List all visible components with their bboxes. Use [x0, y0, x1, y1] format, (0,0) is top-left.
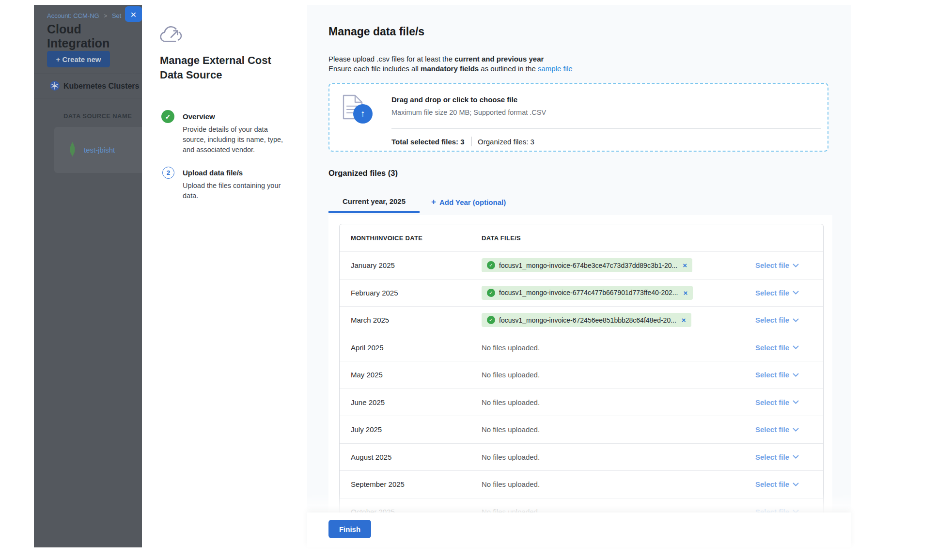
table-row: January 2025✓focusv1_mongo-invoice-674be…: [340, 251, 823, 279]
data-file-cell: No files uploaded.: [482, 508, 755, 513]
select-file-dropdown[interactable]: Select file: [755, 398, 799, 406]
file-check-icon: ✓: [487, 316, 495, 324]
remove-file-icon[interactable]: ×: [682, 316, 686, 324]
chevron-down-icon: [793, 373, 799, 377]
file-name: focusv1_mongo-invoice-672456ee851bbb28c6…: [499, 316, 676, 324]
chevron-down-icon: [793, 455, 799, 459]
table-row: April 2025No files uploaded.Select file: [340, 334, 823, 361]
total-selected-files: Total selected files: 3: [391, 138, 465, 146]
table-row: May 2025No files uploaded.Select file: [340, 361, 823, 389]
dropzone-title: Drag and drop or click to choose file: [391, 95, 517, 104]
select-file-dropdown[interactable]: Select file: [755, 453, 799, 461]
step-2-description: Upload the files containing your data.: [183, 181, 287, 201]
file-chip: ✓focusv1_mongo-invoice-672456ee851bbb28c…: [482, 313, 691, 327]
data-file-cell: No files uploaded.: [482, 453, 755, 461]
row-action-cell: Select file: [755, 398, 823, 406]
breadcrumb-section-link[interactable]: Set: [112, 12, 122, 19]
row-action-cell: Select file: [755, 289, 823, 297]
file-name: focusv1_mongo-invoice-674be3ce47c73d37dd…: [499, 262, 677, 269]
table-row: February 2025✓focusv1_mongo-invoice-6774…: [340, 279, 823, 307]
row-action-cell: Select file: [755, 425, 823, 434]
table-row: August 2025No files uploaded.Select file: [340, 443, 823, 471]
breadcrumb-account-link[interactable]: Account: CCM-NG: [47, 12, 99, 19]
close-button[interactable]: ×: [125, 6, 142, 22]
data-file-column-header: DATA FILE/S: [482, 234, 823, 242]
panel-title: Manage data file/s: [328, 25, 424, 38]
current-year-tab-panel: MONTH/INVOICE DATE DATA FILE/S January 2…: [328, 215, 832, 513]
dimmed-background-app: Account: CCM-NG > Set Cloud Integration …: [34, 5, 142, 547]
finish-button[interactable]: Finish: [328, 520, 371, 538]
divider: [34, 98, 142, 98]
data-file-cell: ✓focusv1_mongo-invoice-674be3ce47c73d37d…: [482, 258, 755, 272]
organized-files-heading: Organized files (3): [328, 169, 398, 178]
row-action-cell: Select file: [755, 316, 823, 324]
add-year-button[interactable]: + Add Year (optional): [431, 192, 506, 212]
empty-files-text: No files uploaded.: [482, 425, 540, 434]
vertical-divider: [471, 137, 472, 146]
footer-bar: Finish: [307, 513, 851, 547]
divider: [34, 74, 142, 74]
create-new-button[interactable]: + Create new: [47, 51, 110, 67]
select-file-dropdown[interactable]: Select file: [755, 371, 799, 379]
months-table: MONTH/INVOICE DATE DATA FILE/S January 2…: [339, 224, 824, 513]
file-check-icon: ✓: [487, 261, 495, 269]
tab-current-year[interactable]: Current year, 2025: [328, 191, 420, 213]
remove-file-icon[interactable]: ×: [683, 289, 687, 297]
select-file-dropdown[interactable]: Select file: [755, 425, 799, 434]
data-source-row: test-jbisht: [54, 127, 142, 173]
step-2-indicator[interactable]: 2: [162, 167, 174, 179]
data-file-cell: No files uploaded.: [482, 480, 755, 488]
empty-files-text: No files uploaded.: [482, 480, 540, 488]
month-label: October 2025: [340, 508, 482, 513]
month-label: April 2025: [340, 343, 482, 352]
upload-instructions: Please upload .csv files for at least th…: [328, 54, 573, 73]
month-label: June 2025: [340, 398, 482, 406]
table-row: June 2025No files uploaded.Select file: [340, 389, 823, 416]
select-file-dropdown[interactable]: Select file: [755, 289, 799, 297]
step-2-label[interactable]: Upload data file/s: [183, 169, 287, 177]
empty-files-text: No files uploaded.: [482, 343, 540, 352]
data-file-cell: No files uploaded.: [482, 425, 755, 434]
step-1-complete-indicator[interactable]: ✓: [161, 110, 174, 123]
row-action-cell: Select file: [755, 371, 823, 379]
row-action-cell: Select file: [755, 480, 823, 488]
check-icon: ✓: [165, 113, 171, 121]
select-file-dropdown[interactable]: Select file: [755, 480, 799, 488]
file-name: focusv1_mongo-invoice-6774c477b667901d77…: [499, 289, 678, 296]
empty-files-text: No files uploaded.: [482, 508, 540, 513]
data-source-name-header: DATA SOURCE NAME: [63, 112, 132, 120]
organized-files-count: Organized files: 3: [478, 138, 534, 146]
select-file-dropdown[interactable]: Select file: [755, 316, 799, 324]
tab-kubernetes-clusters[interactable]: Kubernetes Clusters: [63, 82, 140, 91]
sample-file-link[interactable]: sample file: [538, 64, 573, 73]
step-1-label[interactable]: Overview: [183, 112, 287, 121]
instruction-line-2: Ensure each file includes all mandatory …: [328, 64, 573, 74]
table-row: March 2025✓focusv1_mongo-invoice-672456e…: [340, 306, 823, 334]
table-header-row: MONTH/INVOICE DATE DATA FILE/S: [340, 224, 823, 251]
row-action-cell: Select file: [755, 261, 823, 269]
page-title: Cloud Integration: [47, 22, 142, 50]
select-file-dropdown[interactable]: Select file: [755, 261, 799, 269]
upload-arrow-icon: ↑: [353, 104, 373, 124]
table-row: October 2025No files uploaded.Select fil…: [340, 498, 823, 513]
data-source-link[interactable]: test-jbisht: [84, 146, 115, 154]
breadcrumb-separator: >: [104, 13, 107, 19]
select-file-dropdown[interactable]: Select file: [755, 508, 799, 513]
row-action-cell: Select file: [755, 453, 823, 461]
dropzone-divider: [391, 128, 821, 129]
select-file-dropdown[interactable]: Select file: [755, 343, 799, 352]
file-dropzone[interactable]: ↑ Drag and drop or click to choose file …: [328, 83, 828, 152]
chevron-down-icon: [793, 428, 799, 432]
dropzone-totals: Total selected files: 3 Organized files:…: [391, 134, 534, 149]
month-column-header: MONTH/INVOICE DATE: [340, 234, 482, 242]
remove-file-icon[interactable]: ×: [683, 261, 687, 269]
instruction-line-1: Please upload .csv files for at least th…: [328, 54, 573, 64]
plus-icon: +: [431, 197, 436, 207]
mongodb-leaf-icon: [68, 142, 77, 158]
table-rows: January 2025✓focusv1_mongo-invoice-674be…: [340, 251, 823, 513]
chevron-down-icon: [793, 482, 799, 486]
month-label: September 2025: [340, 480, 482, 488]
kubernetes-icon: [50, 81, 60, 91]
wizard-panel: Manage External Cost Data Source ✓ Overv…: [142, 5, 307, 547]
month-label: March 2025: [340, 316, 482, 324]
